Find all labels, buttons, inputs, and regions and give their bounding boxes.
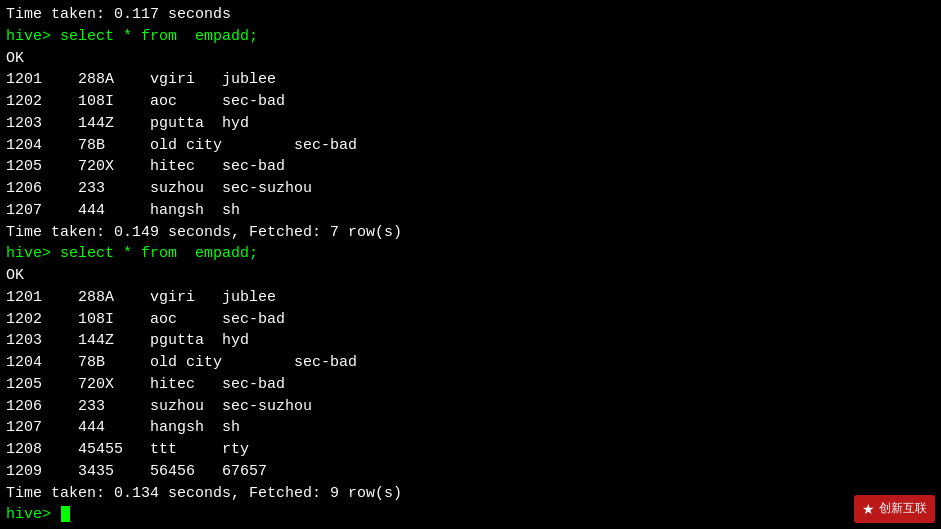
terminal-line-line9: 1206 233 suzhou sec-suzhou: [6, 178, 935, 200]
terminal-line-line15: 1202 108I aoc sec-bad: [6, 309, 935, 331]
terminal-window: Time taken: 0.117 secondshive> select * …: [0, 0, 941, 529]
terminal-line-line19: 1206 233 suzhou sec-suzhou: [6, 396, 935, 418]
terminal-line-line3: OK: [6, 48, 935, 70]
terminal-line-line13: OK: [6, 265, 935, 287]
terminal-line-line24: hive>: [6, 504, 935, 526]
terminal-line-line2: hive> select * from empadd;: [6, 26, 935, 48]
terminal-line-line11: Time taken: 0.149 seconds, Fetched: 7 ro…: [6, 222, 935, 244]
terminal-line-line17: 1204 78B old city sec-bad: [6, 352, 935, 374]
terminal-line-line22: 1209 3435 56456 67657: [6, 461, 935, 483]
terminal-line-line18: 1205 720X hitec sec-bad: [6, 374, 935, 396]
terminal-line-line14: 1201 288A vgiri jublee: [6, 287, 935, 309]
terminal-line-line16: 1203 144Z pgutta hyd: [6, 330, 935, 352]
terminal-line-line4: 1201 288A vgiri jublee: [6, 69, 935, 91]
terminal-line-line6: 1203 144Z pgutta hyd: [6, 113, 935, 135]
terminal-line-line21: 1208 45455 ttt rty: [6, 439, 935, 461]
terminal-output: Time taken: 0.117 secondshive> select * …: [6, 4, 935, 526]
terminal-cursor: [61, 506, 70, 522]
terminal-line-line5: 1202 108I aoc sec-bad: [6, 91, 935, 113]
terminal-line-line7: 1204 78B old city sec-bad: [6, 135, 935, 157]
watermark-icon: ★: [862, 499, 875, 519]
watermark: ★ 创新互联: [854, 495, 935, 523]
terminal-line-line10: 1207 444 hangsh sh: [6, 200, 935, 222]
terminal-line-line8: 1205 720X hitec sec-bad: [6, 156, 935, 178]
terminal-line-line12: hive> select * from empadd;: [6, 243, 935, 265]
terminal-line-line20: 1207 444 hangsh sh: [6, 417, 935, 439]
terminal-line-line1: Time taken: 0.117 seconds: [6, 4, 935, 26]
terminal-line-line23: Time taken: 0.134 seconds, Fetched: 9 ro…: [6, 483, 935, 505]
watermark-text: 创新互联: [879, 500, 927, 517]
